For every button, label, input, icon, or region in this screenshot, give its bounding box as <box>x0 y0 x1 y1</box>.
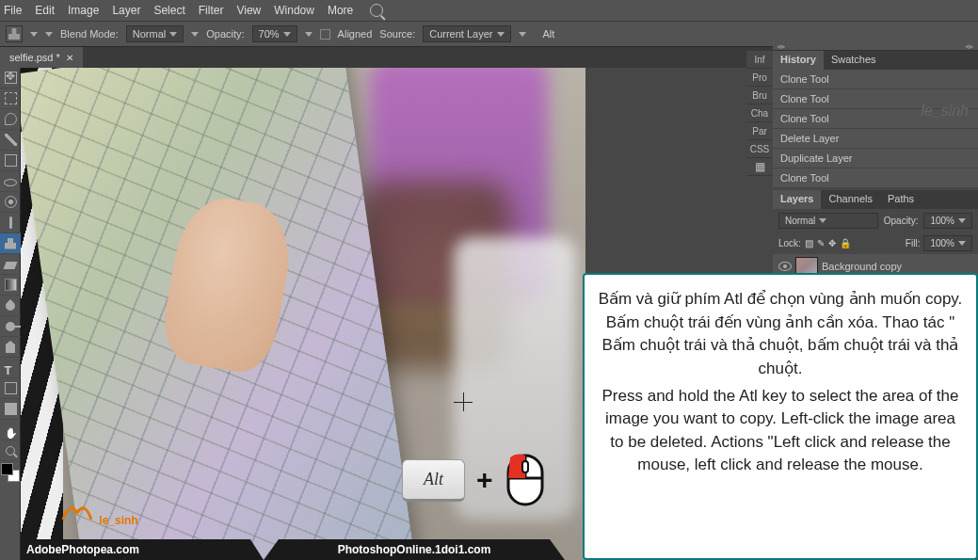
alt-key-hint: Alt + <box>402 452 546 508</box>
foreground-color[interactable] <box>1 463 13 475</box>
lasso-tool[interactable] <box>0 109 21 130</box>
eyedropper-tool[interactable] <box>0 171 21 192</box>
dodge-tool[interactable] <box>0 316 21 337</box>
source-label: Source: <box>379 28 415 40</box>
pen-tool[interactable] <box>0 337 21 358</box>
aligned-label: Aligned <box>338 28 373 40</box>
layers-panel-tabs: Layers Channels Paths <box>773 190 978 209</box>
menu-image[interactable]: Image <box>68 4 99 17</box>
history-item[interactable]: Clone Tool <box>773 89 978 109</box>
right-panels: ◂▸◂▸ History Swatches Clone Tool Clone T… <box>773 41 978 305</box>
history-item[interactable]: Clone Tool <box>773 168 978 188</box>
brush-tool[interactable] <box>0 213 21 233</box>
eraser-tool[interactable] <box>0 254 21 275</box>
fill-label: Fill: <box>906 238 921 248</box>
blend-mode-label: Blend Mode: <box>60 28 119 40</box>
blend-mode-dropdown[interactable]: Normal <box>126 25 184 42</box>
instruction-text-en: Press and hold the Atl key to select the… <box>598 385 963 478</box>
layer-name[interactable]: Background copy <box>822 261 902 272</box>
plus-icon: + <box>476 464 493 496</box>
paths-tab[interactable]: Paths <box>880 190 922 209</box>
aligned-checkbox[interactable] <box>320 29 330 40</box>
tool-preset-dropdown-icon[interactable] <box>30 32 38 37</box>
css-panel-tab[interactable]: CSS <box>746 140 773 158</box>
marquee-tool[interactable] <box>0 88 21 109</box>
lock-transparency-icon[interactable]: ▨ <box>805 238 813 248</box>
layer-lock-row: Lock: ▨ ✎ ✥ 🔒 Fill: 100% <box>773 232 978 254</box>
collapsed-panel-tabs: Inf Pro Bru Cha Par CSS ▦ <box>746 51 773 176</box>
menu-more[interactable]: More <box>328 4 353 17</box>
lock-label: Lock: <box>778 238 801 248</box>
tools-toolbar <box>0 68 21 560</box>
lock-all-icon[interactable]: 🔒 <box>840 238 851 248</box>
svg-rect-1 <box>522 461 528 472</box>
move-tool[interactable] <box>0 68 21 88</box>
path-select-tool[interactable] <box>0 378 21 399</box>
history-tab[interactable]: History <box>773 51 824 70</box>
history-item[interactable]: Clone Tool <box>773 70 978 89</box>
menu-edit[interactable]: Edit <box>35 4 55 17</box>
menu-layer[interactable]: Layer <box>112 4 140 17</box>
menu-select[interactable]: Select <box>153 4 184 17</box>
menu-window[interactable]: Window <box>274 4 314 17</box>
history-item[interactable]: Delete Layer <box>773 129 978 149</box>
lock-paint-icon[interactable]: ✎ <box>817 238 825 248</box>
layers-tab[interactable]: Layers <box>773 190 821 209</box>
document-tab-title: selfie.psd * <box>9 52 60 63</box>
footer-link-right: PhotoshopOnline.1doi1.com <box>264 539 565 560</box>
layer-fill-input[interactable]: 100% <box>923 235 972 251</box>
lock-position-icon[interactable]: ✥ <box>828 238 836 248</box>
brush-panel-toggle-icon[interactable] <box>191 32 199 37</box>
collapse-left-icon[interactable]: ◂▸ <box>777 41 786 51</box>
canvas[interactable]: le_sinh Alt + AdobePhotopea.com Photosho… <box>21 68 585 560</box>
layer-opacity-input[interactable]: 100% <box>923 213 972 229</box>
properties-panel-tab[interactable]: Pro <box>746 69 773 87</box>
channels-tab[interactable]: Channels <box>821 190 879 209</box>
shape-tool[interactable] <box>0 399 21 420</box>
menu-bar: File Edit Image Layer Select Filter View… <box>0 0 978 21</box>
watermark-logo: le_sinh <box>58 496 138 527</box>
clone-stamp-tool[interactable] <box>0 233 21 254</box>
color-swatch[interactable] <box>1 463 20 482</box>
instruction-text-vi: Bấm và giữ phím Atl để chọn vùng ảnh muố… <box>598 288 963 381</box>
menu-file[interactable]: File <box>4 4 22 17</box>
extra-dropdown-icon[interactable] <box>519 32 526 37</box>
alt-indicator: Alt <box>543 28 555 40</box>
blur-tool[interactable] <box>0 296 21 316</box>
search-icon[interactable] <box>370 4 383 17</box>
alt-key-icon: Alt <box>402 459 465 502</box>
history-item[interactable]: Duplicate Layer <box>773 149 978 168</box>
brush-preset-dropdown-icon[interactable] <box>45 32 53 37</box>
swatches-tab[interactable]: Swatches <box>824 51 884 70</box>
tool-indicator-stamp-icon[interactable] <box>6 25 23 42</box>
paragraph-panel-tab[interactable]: Par <box>746 122 773 140</box>
menu-filter[interactable]: Filter <box>199 4 224 17</box>
history-panel-tabs: History Swatches <box>773 51 978 70</box>
menu-view[interactable]: View <box>236 4 261 17</box>
footer-link-left: AdobePhotopea.com <box>21 539 264 560</box>
text-tool[interactable] <box>0 358 21 378</box>
image-panel-icon[interactable]: ▦ <box>746 158 773 176</box>
collapse-right-icon[interactable]: ◂▸ <box>965 41 974 51</box>
zoom-tool[interactable] <box>0 440 21 461</box>
history-item[interactable]: Clone Tool <box>773 109 978 129</box>
layer-blend-dropdown[interactable]: Normal <box>778 213 878 229</box>
brush-panel-tab[interactable]: Bru <box>746 87 773 104</box>
magic-wand-tool[interactable] <box>0 130 21 151</box>
instruction-overlay: Bấm và giữ phím Atl để chọn vùng ảnh muố… <box>583 273 978 560</box>
close-tab-icon[interactable]: ✕ <box>66 53 73 63</box>
layer-opacity-label: Opacity: <box>884 216 919 226</box>
hand-tool[interactable] <box>0 420 21 440</box>
info-panel-tab[interactable]: Inf <box>746 51 773 69</box>
crop-tool[interactable] <box>0 151 21 171</box>
document-tab[interactable]: selfie.psd * ✕ <box>0 47 83 68</box>
panel-collapse-bar[interactable]: ◂▸◂▸ <box>773 41 978 51</box>
clone-crosshair-icon <box>454 392 473 411</box>
healing-brush-tool[interactable] <box>0 192 21 213</box>
layer-visibility-icon[interactable] <box>778 262 792 271</box>
flow-dropdown-icon[interactable] <box>305 32 313 37</box>
character-panel-tab[interactable]: Cha <box>746 104 773 122</box>
source-dropdown[interactable]: Current Layer <box>423 25 510 42</box>
gradient-tool[interactable] <box>0 275 21 296</box>
opacity-input[interactable]: 70% <box>252 25 297 42</box>
